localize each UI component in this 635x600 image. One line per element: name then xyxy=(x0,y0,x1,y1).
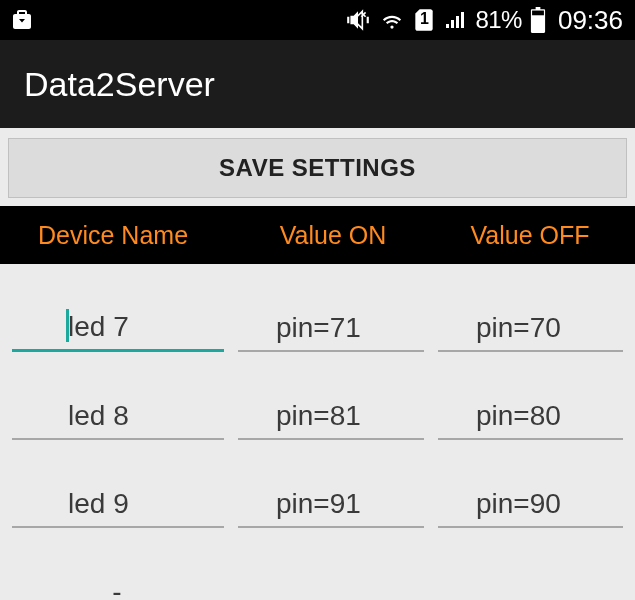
store-icon xyxy=(10,8,34,32)
value-off-input[interactable] xyxy=(438,570,623,600)
app-bar: Data2Server xyxy=(0,40,635,128)
value-off-input[interactable] xyxy=(438,306,623,352)
table-row xyxy=(0,352,635,440)
sim-icon: 1 xyxy=(413,7,435,33)
svg-rect-0 xyxy=(532,11,544,16)
value-on-input[interactable] xyxy=(238,394,424,440)
value-on-input[interactable] xyxy=(238,306,424,352)
device-name-input[interactable] xyxy=(12,394,224,440)
device-name-input[interactable] xyxy=(12,305,224,352)
value-off-input[interactable] xyxy=(438,482,623,528)
app-title: Data2Server xyxy=(24,65,215,104)
table-row xyxy=(0,528,635,600)
save-settings-button[interactable]: SAVE SETTINGS xyxy=(8,138,627,198)
battery-percent: 81% xyxy=(475,6,522,34)
value-off-input[interactable] xyxy=(438,394,623,440)
header-value-on: Value ON xyxy=(233,221,433,250)
table-row xyxy=(0,264,635,352)
sim-number: 1 xyxy=(413,10,435,28)
vibrate-mute-icon xyxy=(345,7,371,33)
table-body xyxy=(0,264,635,600)
value-on-input[interactable] xyxy=(238,482,424,528)
clock: 09:36 xyxy=(558,5,623,36)
battery-icon xyxy=(530,7,546,33)
table-row xyxy=(0,440,635,528)
header-value-off: Value OFF xyxy=(433,221,627,250)
wifi-icon xyxy=(379,7,405,33)
device-name-input[interactable] xyxy=(12,570,224,600)
table-header: Device Name Value ON Value OFF xyxy=(0,206,635,264)
device-name-input[interactable] xyxy=(12,482,224,528)
status-bar: 1 81% 09:36 xyxy=(0,0,635,40)
value-on-input[interactable] xyxy=(238,570,424,600)
header-device-name: Device Name xyxy=(8,221,233,250)
signal-icon xyxy=(443,8,467,32)
